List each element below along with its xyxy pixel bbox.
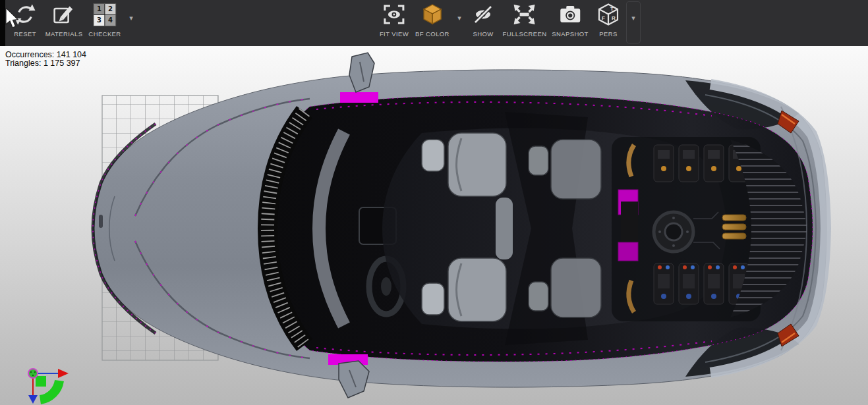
fullscreen-label: FULLSCREEN [503, 30, 547, 38]
gizmo-z-arrow [28, 395, 38, 404]
viewer-window: RESET MATERIALS 1 2 3 4 CHECKER ▾ [0, 0, 868, 405]
gizmo-origin [28, 369, 38, 378]
fit-view-button[interactable]: FIT VIEW [380, 2, 409, 38]
pers-dropdown-caret[interactable]: ▾ [631, 14, 635, 22]
center-console [496, 198, 513, 259]
bf-color-dropdown-caret[interactable]: ▾ [457, 14, 461, 22]
triangles-count: Triangles: 1 175 397 [5, 59, 86, 68]
bf-color-button[interactable]: BF COLOR [415, 2, 449, 38]
pers-view-cube-icon: T F R [596, 2, 621, 27]
checker-label: CHECKER [88, 30, 121, 38]
snapshot-camera-icon [558, 2, 583, 27]
snapshot-label: SNAPSHOT [552, 30, 588, 38]
materials-button[interactable]: MATERIALS [45, 2, 83, 38]
show-label: SHOW [473, 30, 493, 38]
snapshot-button[interactable]: SNAPSHOT [552, 2, 588, 38]
front-badge [99, 215, 103, 228]
pers-dropdown-frame [626, 1, 641, 43]
bf-color-cube-icon [420, 2, 444, 27]
fit-view-icon [382, 2, 407, 27]
checker-dropdown-caret[interactable]: ▾ [129, 14, 133, 22]
mouse-cursor [5, 8, 20, 29]
pers-label: PERS [599, 30, 617, 38]
scene-render [0, 46, 868, 405]
reset-label: RESET [14, 30, 36, 38]
orientation-gizmo[interactable] [28, 369, 69, 404]
svg-text:T: T [610, 6, 614, 12]
svg-text:F: F [602, 15, 605, 21]
fit-view-label: FIT VIEW [380, 30, 409, 38]
viewport-3d-canvas[interactable]: Occurrences: 141 104 Triangles: 1 175 39… [0, 46, 868, 405]
toolbar-left-edge [0, 0, 5, 46]
engine-bay [612, 137, 761, 321]
model-stats: Occurrences: 141 104 Triangles: 1 175 39… [5, 51, 86, 68]
gizmo-x-arrow [58, 369, 69, 378]
fullscreen-button[interactable]: FULLSCREEN [503, 2, 547, 38]
materials-edit-icon [52, 2, 76, 27]
checker-icon: 1 2 3 4 [93, 2, 116, 27]
show-button[interactable]: SHOW [471, 2, 496, 38]
toolbar: RESET MATERIALS 1 2 3 4 CHECKER ▾ [0, 0, 868, 46]
checker-button[interactable]: 1 2 3 4 CHECKER [88, 2, 121, 38]
show-hide-eye-icon [471, 2, 496, 27]
svg-text:R: R [612, 15, 616, 21]
bf-color-label: BF COLOR [415, 30, 449, 38]
pers-button[interactable]: T F R PERS [596, 2, 621, 38]
materials-label: MATERIALS [45, 30, 83, 38]
highlight-bracket-bottom [618, 242, 638, 261]
fullscreen-icon [512, 2, 537, 27]
